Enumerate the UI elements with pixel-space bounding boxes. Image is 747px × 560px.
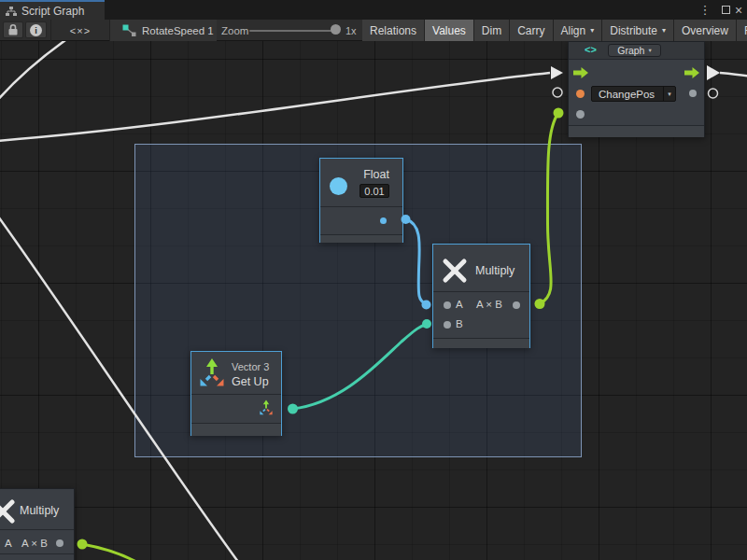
input-b-port[interactable]	[444, 321, 451, 329]
wire-white-into-graph-node[interactable]	[0, 73, 550, 141]
zoom-label: Zoom	[221, 20, 248, 41]
chevron-down-icon: ▾	[663, 87, 675, 101]
zoom-value: 1x	[345, 20, 357, 41]
control-input-arrow-icon[interactable]	[573, 67, 588, 78]
value-input-port[interactable]	[576, 110, 585, 119]
graph-node-header[interactable]: <> Graph ▾	[569, 42, 704, 60]
kebab-menu-icon: ⋮	[699, 3, 712, 17]
vector-type-label: Vector 3	[232, 361, 269, 372]
node-footer	[0, 553, 74, 560]
node-footer	[191, 423, 281, 436]
vector3-output-port-icon[interactable]	[259, 399, 274, 416]
float-value-input[interactable]	[359, 184, 389, 198]
wire-arrowhead-icon	[707, 65, 720, 80]
script-graph-tab-icon	[6, 6, 17, 17]
multiply-node-partial[interactable]: Multiply A A × B	[0, 488, 75, 560]
graph-toolbar: i <×> RotateSpeed 1 Zoom 1x Relations Va…	[0, 20, 747, 41]
output-port[interactable]	[513, 301, 520, 309]
vector-node-title: Get Up	[232, 375, 269, 388]
graph-canvas[interactable]: <> Graph ▾ ChangePos ▾ Float	[0, 41, 747, 560]
zoom-slider-handle[interactable]	[331, 24, 341, 35]
window-tab-bar: Script Graph ⋮ ×	[0, 0, 747, 20]
vector3-icon	[197, 357, 227, 389]
graph-dropdown-button[interactable]: Graph ▾	[608, 44, 661, 57]
window-close-button[interactable]: ×	[732, 0, 745, 20]
tab-title: Script Graph	[21, 5, 84, 18]
float-output-port[interactable]	[380, 217, 387, 224]
unconnected-endpoint-icon	[709, 89, 718, 98]
toggle-fullscreen[interactable]: Full Screen	[737, 20, 747, 41]
toggle-relations[interactable]: Relations	[362, 20, 425, 41]
toolbar-divider	[50, 20, 51, 41]
multiply2-node-title: Multiply	[20, 504, 59, 517]
input-a-label: A	[456, 299, 463, 310]
event-name-dropdown[interactable]: ChangePos ▾	[591, 86, 676, 102]
lock-button[interactable]	[3, 21, 23, 38]
float-node-title: Float	[363, 168, 389, 181]
window-maximize-button[interactable]	[722, 0, 730, 20]
node-footer	[320, 234, 402, 243]
toggle-values[interactable]: Values	[425, 20, 474, 41]
float-literal-node[interactable]: Float	[319, 158, 403, 243]
multiply-icon	[0, 498, 16, 525]
output-label: A × B	[21, 538, 48, 549]
input-b-label: B	[456, 318, 463, 329]
output-port[interactable]	[56, 539, 63, 547]
vector-node-header[interactable]: Vector 3 Get Up	[191, 352, 281, 395]
info-icon: i	[30, 24, 42, 36]
chevron-down-icon: ▾	[590, 26, 594, 35]
graph-event-node[interactable]: <> Graph ▾ ChangePos ▾	[568, 41, 705, 137]
info-button[interactable]: i	[25, 21, 47, 38]
close-icon: ×	[735, 3, 742, 18]
window-menu-button[interactable]: ⋮	[698, 0, 712, 20]
breadcrumb-label: RotateSpeed 1	[142, 25, 214, 36]
node-footer	[569, 125, 704, 137]
wire-white-out-right[interactable]	[720, 73, 747, 77]
value-output-port[interactable]	[689, 90, 697, 97]
graph-breadcrumb[interactable]: RotateSpeed 1	[110, 20, 217, 41]
chevron-down-icon: ▾	[662, 26, 666, 35]
input-a-label: A	[5, 538, 12, 549]
multiply2-node-header[interactable]: Multiply	[0, 489, 74, 530]
node-footer	[433, 338, 529, 348]
float-type-icon	[330, 177, 347, 195]
code-view-button[interactable]: <×>	[52, 20, 108, 41]
lock-icon	[7, 23, 19, 36]
event-target-port[interactable]	[576, 90, 585, 98]
toggle-dim[interactable]: Dim	[474, 20, 510, 41]
dropdown-align[interactable]: Align▾	[554, 20, 603, 41]
output-label: A × B	[476, 299, 502, 310]
dropdown-distribute[interactable]: Distribute▾	[602, 20, 674, 41]
toggle-overview[interactable]: Overview	[674, 20, 737, 41]
multiply-node-title: Multiply	[475, 264, 514, 277]
multiply-node-header[interactable]: Multiply	[433, 245, 529, 292]
control-output-arrow-icon[interactable]	[684, 67, 699, 78]
code-angle-icon: <>	[585, 44, 597, 55]
code-brackets-icon: <×>	[70, 25, 91, 36]
toggle-carry[interactable]: Carry	[510, 20, 553, 41]
zoom-slider-track[interactable]	[249, 30, 335, 32]
wire-white-top-left[interactable]	[0, 41, 75, 102]
toolbar-toggle-group: Relations Values Dim Carry Align▾ Distri…	[362, 20, 747, 41]
float-node-header[interactable]: Float	[320, 159, 402, 207]
tab-script-graph[interactable]: Script Graph	[0, 0, 105, 20]
wire-arrowhead-icon	[551, 66, 563, 79]
chevron-down-icon: ▾	[648, 47, 651, 54]
vector3-get-up-node[interactable]: Vector 3 Get Up	[190, 351, 282, 436]
input-a-port[interactable]	[444, 301, 451, 309]
graph-node-icon	[122, 24, 136, 36]
multiply-icon	[442, 258, 468, 284]
maximize-icon	[722, 6, 730, 14]
wire-multiply2-output[interactable]	[82, 544, 136, 560]
multiply-node[interactable]: Multiply A A × B B	[432, 244, 530, 348]
unconnected-endpoint-icon	[553, 88, 562, 97]
